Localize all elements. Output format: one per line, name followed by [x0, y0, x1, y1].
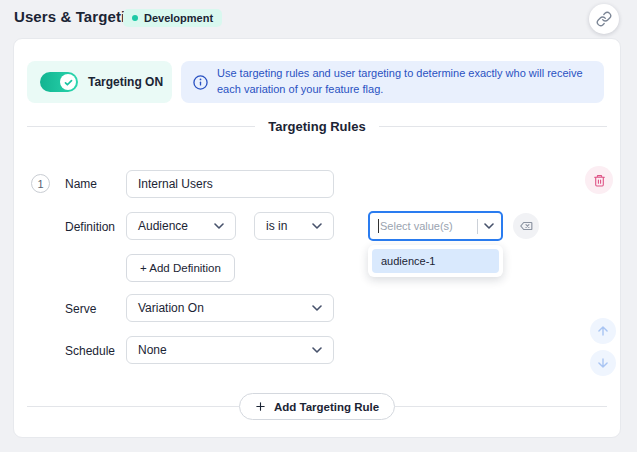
toggle-knob — [60, 74, 76, 90]
select-separator — [477, 219, 478, 234]
add-targeting-rule-button[interactable]: Add Targeting Rule — [239, 393, 395, 420]
divider-line — [379, 126, 607, 127]
add-rule-divider: Add Targeting Rule — [27, 393, 607, 420]
serve-select-value: Variation On — [138, 301, 204, 315]
environment-badge-label: Development — [144, 12, 213, 24]
operator-select[interactable]: is in — [254, 212, 334, 240]
definition-label: Definition — [65, 220, 115, 234]
property-select[interactable]: Audience — [126, 212, 236, 240]
targeting-toggle-box: Targeting ON — [27, 61, 172, 103]
move-rule-up-button[interactable] — [590, 318, 616, 344]
text-cursor — [378, 219, 379, 233]
chevron-down-icon — [312, 347, 322, 353]
targeting-rules-divider: Targeting Rules — [27, 116, 607, 136]
values-placeholder: Select value(s) — [380, 220, 473, 232]
schedule-select-value: None — [138, 343, 167, 357]
move-rule-down-button[interactable] — [590, 350, 616, 376]
arrow-down-icon — [596, 356, 610, 370]
link-icon — [596, 11, 612, 27]
add-definition-button[interactable]: + Add Definition — [126, 254, 235, 282]
environment-badge: Development — [123, 9, 222, 27]
users-targeting-screen: Users & Targeting Development Targeting … — [0, 0, 637, 452]
name-label: Name — [65, 177, 97, 191]
values-multiselect[interactable]: Select value(s) — [368, 211, 503, 241]
schedule-label: Schedule — [65, 344, 115, 358]
property-select-value: Audience — [138, 219, 188, 233]
rule-name-input[interactable] — [126, 170, 334, 198]
targeting-toggle[interactable] — [40, 72, 78, 92]
chevron-down-icon[interactable] — [484, 223, 494, 229]
targeting-rules-title: Targeting Rules — [268, 119, 365, 134]
copy-link-button[interactable] — [589, 4, 619, 34]
values-dropdown-menu: audience-1 — [368, 245, 503, 277]
divider-line — [27, 126, 255, 127]
schedule-select[interactable]: None — [126, 336, 334, 364]
targeting-info-box: Use targeting rules and user targeting t… — [181, 61, 604, 103]
divider-line — [395, 406, 607, 407]
operator-select-value: is in — [266, 219, 287, 233]
chevron-down-icon — [214, 223, 224, 229]
add-targeting-rule-label: Add Targeting Rule — [274, 401, 379, 413]
divider-line — [27, 406, 239, 407]
info-icon — [193, 75, 208, 90]
arrow-up-icon — [596, 324, 610, 338]
plus-icon — [255, 401, 266, 412]
clear-values-button[interactable] — [513, 213, 539, 239]
targeting-toggle-label: Targeting ON — [88, 75, 163, 89]
serve-label: Serve — [65, 302, 96, 316]
dropdown-option-audience-1[interactable]: audience-1 — [372, 249, 499, 273]
rule-number-badge: 1 — [31, 174, 50, 193]
targeting-info-text: Use targeting rules and user targeting t… — [217, 66, 592, 98]
serve-select[interactable]: Variation On — [126, 294, 334, 322]
backspace-icon — [519, 219, 533, 233]
chevron-down-icon — [312, 223, 322, 229]
targeting-card: Targeting ON Use targeting rules and use… — [13, 38, 621, 438]
environment-dot-icon — [132, 15, 138, 21]
delete-rule-button[interactable] — [585, 166, 613, 194]
check-icon — [64, 78, 73, 87]
trash-icon — [593, 174, 606, 187]
chevron-down-icon — [312, 305, 322, 311]
